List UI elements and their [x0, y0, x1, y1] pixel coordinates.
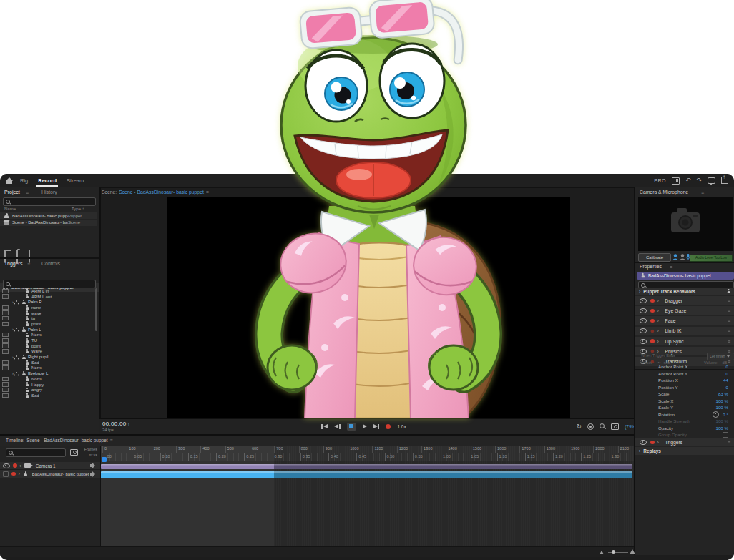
triggers-search-input[interactable] [3, 280, 96, 288]
project-row[interactable]: BadAssDinosaur- basic puppet Puppet [0, 212, 97, 219]
ruler-unit-seconds[interactable]: m:ss [89, 453, 97, 457]
eye-visibility-icon[interactable] [640, 318, 647, 323]
property-value[interactable] [723, 432, 728, 438]
behavior-menu-icon[interactable] [728, 440, 730, 445]
timeline-snapshot-icon[interactable] [70, 449, 78, 456]
trigger-key-swatch[interactable] [2, 310, 9, 315]
selected-puppet-row[interactable]: BadAssDinosaur- basic puppet [637, 272, 734, 280]
eye-visibility-icon[interactable] [640, 440, 647, 445]
behavior-menu-icon[interactable] [728, 308, 730, 313]
arm-record-dot[interactable] [651, 350, 654, 353]
tab-project[interactable]: Project [4, 190, 20, 195]
workspace-tab[interactable]: Rig [20, 174, 28, 187]
property-row[interactable]: Rotation 0 ° [635, 411, 734, 418]
arm-record-dot[interactable] [650, 441, 655, 445]
chevron-icon[interactable] [657, 308, 662, 313]
webcam-tracking-icon[interactable] [672, 254, 678, 260]
arm-record-dot[interactable] [13, 463, 17, 468]
share-icon[interactable] [721, 177, 728, 184]
puppet-track-bar[interactable] [101, 471, 632, 478]
trigger-row[interactable]: point [0, 321, 94, 327]
timeline-panel-menu-icon[interactable] [110, 438, 113, 443]
previous-frame-button[interactable] [334, 424, 341, 429]
snapshot-icon[interactable] [611, 423, 619, 430]
trigger-row[interactable]: tu [0, 315, 94, 321]
trigger-key-swatch[interactable] [2, 365, 9, 370]
magnify-icon[interactable] [600, 423, 605, 429]
triggers-scrollbar[interactable] [95, 288, 97, 331]
eye-visibility-icon[interactable] [640, 298, 647, 303]
behavior-row[interactable]: Dragger [635, 296, 734, 305]
trigger-row[interactable]: Palm L [0, 327, 94, 333]
trigger-key-swatch[interactable] [2, 343, 9, 348]
arm-record-dot[interactable] [650, 319, 655, 323]
scene-panel-menu-icon[interactable] [206, 190, 209, 195]
behavior-menu-icon[interactable] [728, 318, 730, 323]
record-button[interactable] [386, 424, 391, 429]
track-row-puppet[interactable]: BadAssDinosaur- basic puppet [0, 470, 100, 478]
property-value[interactable]: 0 [726, 371, 728, 376]
behaviors-section-header[interactable]: Puppet Track Behaviors [635, 288, 734, 295]
playback-rate[interactable]: 1.0x [397, 424, 406, 429]
property-row[interactable]: Position X 44 [635, 377, 734, 384]
timeline-search-input[interactable] [6, 448, 66, 457]
property-row[interactable]: Anchor Point Y 0 [635, 370, 734, 378]
add-behavior-icon[interactable] [727, 289, 730, 293]
chevron-down-icon[interactable] [12, 327, 14, 332]
redo-icon[interactable]: ↷ [696, 177, 702, 184]
go-to-start-button[interactable] [321, 424, 328, 429]
volume-value[interactable]: - dB [720, 360, 727, 365]
arm-record-dot[interactable] [651, 330, 654, 333]
undo-icon[interactable]: ↶ [685, 177, 691, 184]
property-row[interactable]: Scale X 100 % [635, 398, 734, 405]
trigger-row[interactable]: angry [0, 387, 94, 393]
comments-icon[interactable] [708, 177, 715, 184]
eye-visibility-icon[interactable] [3, 463, 10, 468]
body-tracking-icon[interactable] [680, 254, 685, 260]
arm-record-dot[interactable] [650, 339, 655, 343]
trigger-row[interactable]: ARM L in [0, 288, 94, 294]
chevron-icon[interactable] [657, 328, 662, 333]
trigger-row[interactable]: Happy [0, 382, 94, 388]
trigger-key-swatch[interactable] [2, 382, 9, 386]
behavior-row[interactable]: Limb IK [635, 327, 734, 336]
track-checkbox[interactable] [3, 471, 9, 477]
trigger-row[interactable]: point [0, 343, 94, 349]
property-row[interactable]: Position Y 0 [635, 384, 734, 391]
track-audio-icon[interactable] [90, 464, 93, 467]
trigger-row[interactable]: norm [0, 305, 94, 310]
project-column-type[interactable]: Type ↑ [72, 207, 84, 211]
trigger-key-swatch[interactable] [2, 289, 9, 293]
trigger-row[interactable]: Right pupil [0, 354, 94, 360]
behavior-row[interactable]: Lip Sync [635, 337, 734, 346]
property-value[interactable]: 0 [726, 385, 728, 390]
property-value[interactable]: 0 ° [723, 412, 728, 417]
trigger-key-swatch[interactable] [2, 316, 9, 320]
trigger-key-swatch[interactable] [2, 349, 9, 353]
calibrate-button[interactable]: Calibrate [638, 253, 671, 262]
chevron-down-icon[interactable] [12, 355, 14, 360]
behavior-menu-icon[interactable] [728, 339, 730, 344]
trigger-row[interactable]: wave [0, 310, 94, 316]
property-value[interactable]: 100 % [715, 405, 728, 410]
ruler-unit-frames[interactable]: Frames [84, 447, 97, 451]
trigger-row[interactable]: Norm [0, 333, 94, 338]
timecode[interactable]: 00:00:00 f [102, 421, 129, 427]
trigger-row[interactable]: Palm R [0, 299, 94, 305]
offset-value[interactable]: - sec [661, 360, 670, 365]
playhead-line[interactable] [104, 446, 105, 546]
property-row[interactable]: Handle Strength 100 % [635, 418, 734, 425]
chevron-icon[interactable] [657, 318, 662, 323]
trigger-row[interactable]: ARM L out [0, 294, 94, 300]
property-row[interactable]: Scale 83 % [635, 390, 734, 398]
project-row[interactable]: Scene - BadAssDinosaur- basic puppet Sce… [0, 220, 97, 226]
trigger-key-swatch[interactable] [2, 333, 9, 337]
property-value[interactable]: 100 % [715, 426, 728, 431]
trigger-row[interactable]: Sad [0, 393, 94, 398]
behavior-row-triggers[interactable]: Triggers [635, 438, 734, 446]
trigger-row[interactable]: Wave [0, 349, 94, 355]
behavior-row[interactable]: Eye Gaze [635, 306, 734, 315]
property-value[interactable]: 83 % [718, 391, 728, 396]
play-button[interactable] [363, 424, 367, 428]
workspace-layout-icon[interactable] [672, 177, 680, 185]
